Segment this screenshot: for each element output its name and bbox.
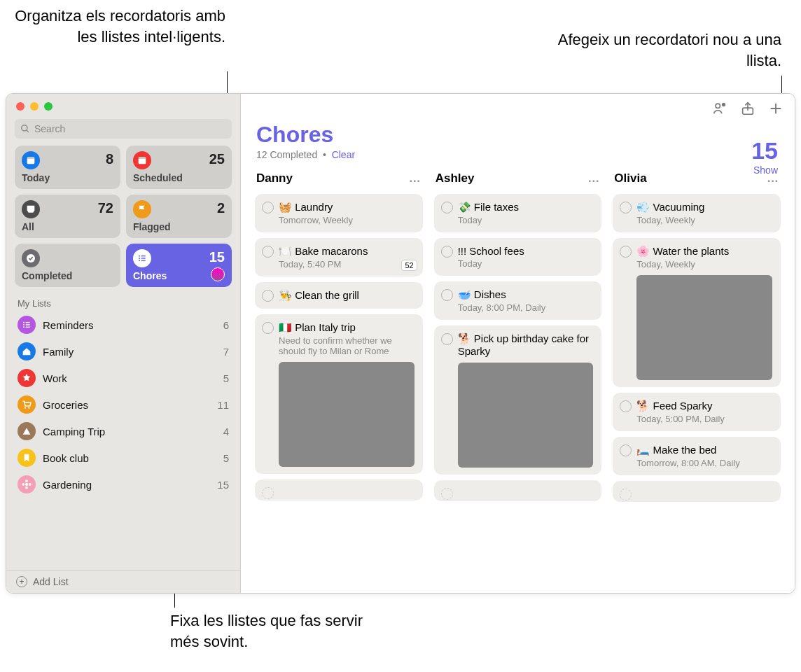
svg-point-20 (28, 407, 29, 409)
callout-add-reminder: Afegeix un recordatori nou a una llista. (543, 29, 781, 71)
list-name: Groceries (43, 399, 210, 411)
task-checkbox[interactable] (620, 444, 632, 456)
column-more-button[interactable]: … (587, 172, 600, 186)
svg-point-25 (29, 483, 32, 486)
list-row-work[interactable]: Work5 (6, 365, 240, 391)
new-task-placeholder[interactable] (613, 481, 781, 502)
clear-completed-button[interactable]: Clear (332, 149, 355, 160)
task-image (279, 362, 415, 467)
smart-card-chores[interactable]: 15Chores (126, 244, 232, 287)
task-checkbox[interactable] (620, 400, 632, 412)
add-reminder-button[interactable] (768, 101, 783, 116)
card-label: Scheduled (133, 172, 225, 183)
column-more-button[interactable]: … (409, 172, 422, 186)
my-lists-header: My Lists (6, 295, 240, 312)
card-count: 25 (209, 151, 225, 167)
list-row-reminders[interactable]: Reminders6 (6, 312, 240, 338)
task[interactable]: 🧺 LaundryTomorrow, Weekly (255, 194, 423, 232)
task-subtitle: Need to confirm whether we should fly to… (279, 335, 415, 356)
list-row-family[interactable]: Family7 (6, 338, 240, 365)
new-task-placeholder[interactable] (255, 479, 423, 500)
list-count: 15 (751, 137, 778, 164)
svg-point-8 (139, 258, 140, 259)
task-checkbox[interactable] (441, 488, 453, 500)
flower-icon (18, 475, 36, 493)
plus-icon: + (16, 576, 27, 587)
list-count: 11 (217, 399, 229, 411)
list-count: 4 (223, 426, 229, 438)
task[interactable]: 🛏️ Make the bedTomorrow, 8:00 AM, Daily (613, 437, 781, 475)
svg-point-19 (25, 407, 26, 409)
task[interactable]: 🐕 Pick up birthday cake for Sparky (434, 326, 602, 475)
smart-card-flagged[interactable]: 2Flagged (126, 195, 232, 238)
task-checkbox[interactable] (441, 333, 453, 345)
close-dot[interactable] (16, 102, 25, 111)
task-checkbox[interactable] (441, 202, 453, 214)
list-name: Book club (43, 452, 216, 464)
smart-card-scheduled[interactable]: 25Scheduled (126, 146, 232, 189)
list-row-groceries[interactable]: Groceries11 (6, 391, 240, 418)
task-checkbox[interactable] (262, 246, 274, 258)
minimize-dot[interactable] (30, 102, 39, 111)
new-task-placeholder[interactable] (434, 480, 602, 501)
bookmark-icon (18, 449, 36, 467)
task-checkbox[interactable] (620, 489, 632, 500)
svg-rect-3 (27, 157, 35, 159)
svg-point-0 (22, 125, 27, 131)
task[interactable]: 🥣 DishesToday, 8:00 PM, Daily (434, 281, 602, 320)
svg-point-23 (25, 486, 28, 489)
svg-line-1 (27, 130, 29, 132)
task-checkbox[interactable] (262, 322, 274, 334)
smart-card-completed[interactable]: Completed (15, 244, 120, 287)
smart-card-today[interactable]: 8Today (15, 146, 120, 189)
task-checkbox[interactable] (262, 202, 274, 214)
task-subtitle: Today, Weekly (636, 259, 772, 270)
task[interactable]: 🐕 Feed SparkyToday, 5:00 PM, Daily (613, 393, 781, 431)
list-row-camping-trip[interactable]: Camping Trip4 (6, 418, 240, 444)
list-count: 7 (223, 346, 229, 358)
task[interactable]: 💨 VacuumingToday, Weekly (613, 194, 781, 232)
svg-point-21 (25, 483, 28, 486)
card-label: Completed (22, 270, 113, 281)
task-checkbox[interactable] (262, 290, 274, 302)
add-list-button[interactable]: + Add List (6, 570, 240, 593)
zoom-dot[interactable] (44, 102, 53, 111)
column-title: Olivia (614, 172, 646, 186)
task[interactable]: 🍽️ Bake macaronsToday, 5:40 PM52 (255, 238, 423, 276)
list-icon (18, 316, 36, 334)
task[interactable]: 👨‍🍳 Clean the grill (255, 282, 423, 309)
svg-point-22 (25, 479, 28, 482)
card-label: Today (22, 172, 113, 183)
task[interactable]: !!! School feesToday (434, 238, 602, 276)
collaborate-icon[interactable] (712, 101, 727, 116)
avatar (211, 267, 225, 281)
list-name: Family (43, 346, 216, 358)
task[interactable]: 🇮🇹 Plan Italy tripNeed to confirm whethe… (255, 314, 423, 474)
task-image (636, 275, 772, 380)
task[interactable]: 🌸 Water the plantsToday, Weekly (613, 238, 781, 387)
column-ashley: Ashley…💸 File taxesToday!!! School feesT… (434, 169, 602, 584)
task-checkbox[interactable] (620, 202, 632, 214)
task-title: 🐕 Feed Sparky (636, 400, 772, 412)
calendar-icon (22, 151, 40, 169)
list-icon (133, 249, 151, 267)
flag-icon (133, 200, 151, 218)
smart-card-all[interactable]: 72All (15, 195, 120, 238)
task-checkbox[interactable] (262, 487, 274, 499)
search-placeholder: Search (34, 123, 65, 134)
task-title: 🌸 Water the plants (636, 245, 772, 258)
task-title: 🐕 Pick up birthday cake for Sparky (458, 332, 594, 357)
task-title: 🍽️ Bake macarons (279, 245, 415, 258)
list-row-book-club[interactable]: Book club5 (6, 444, 240, 471)
task-checkbox[interactable] (441, 246, 453, 258)
task-checkbox[interactable] (620, 246, 632, 258)
task-image (458, 363, 594, 468)
search-input[interactable]: Search (15, 119, 232, 139)
share-icon[interactable] (740, 101, 755, 116)
svg-point-24 (22, 483, 25, 486)
task-checkbox[interactable] (441, 289, 453, 301)
list-row-gardening[interactable]: Gardening15 (6, 471, 240, 498)
task[interactable]: 💸 File taxesToday (434, 194, 602, 232)
show-completed-button[interactable]: Show (751, 164, 778, 176)
add-list-label: Add List (33, 576, 69, 587)
